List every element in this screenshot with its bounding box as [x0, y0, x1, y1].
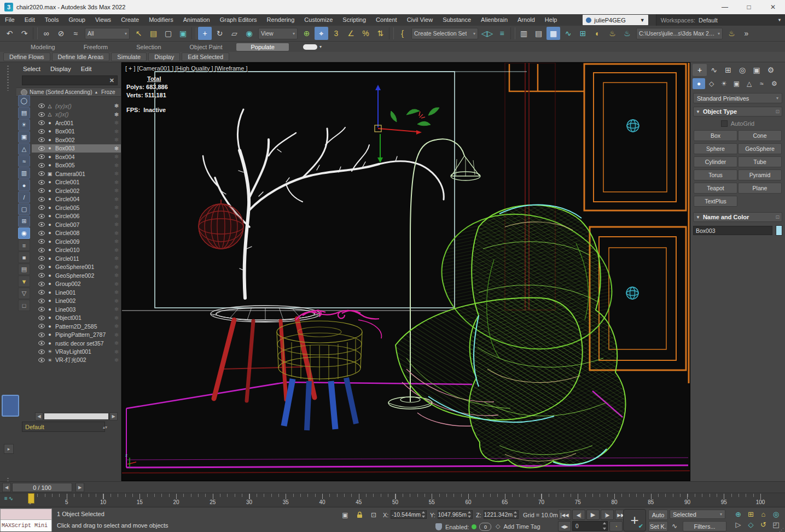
frozen-icon[interactable]: ❄	[112, 188, 121, 194]
select-and-place-icon[interactable]: ◉	[242, 27, 256, 40]
menu-item[interactable]: Scripting	[338, 14, 371, 26]
frozen-icon[interactable]: ❄	[112, 340, 121, 346]
primitive-button[interactable]: Torus	[694, 169, 737, 180]
visibility-eye-icon[interactable]	[38, 154, 45, 159]
use-pivot-point-center-icon[interactable]: ⊕	[300, 27, 313, 40]
redo-icon[interactable]: ↷	[18, 27, 31, 40]
category-helpers[interactable]: △	[743, 78, 755, 89]
primitive-button[interactable]: GeoSphere	[738, 143, 782, 154]
visibility-eye-icon[interactable]	[38, 214, 45, 219]
mirror-icon[interactable]: ◁▷	[480, 27, 494, 40]
current-frame-indicator[interactable]: 0 / 100	[12, 483, 72, 492]
viewport-shading-menu[interactable]: [Wireframe ]	[215, 65, 248, 72]
scene-explorer-search-input[interactable]	[22, 78, 107, 84]
render-production-icon[interactable]: ♨	[725, 27, 739, 40]
menu-item[interactable]: Arnold	[513, 14, 540, 26]
zoom-extents-all-icon[interactable]: ◎	[770, 509, 782, 519]
key-filters-icon[interactable]: ∿	[670, 521, 679, 531]
select-and-link-icon[interactable]: ∞	[39, 27, 53, 40]
visibility-eye-icon[interactable]	[38, 231, 45, 236]
isolate-selection-icon[interactable]: ▣	[340, 510, 350, 520]
menu-item[interactable]: Alienbrain	[476, 14, 513, 26]
visibility-eye-icon[interactable]	[38, 120, 45, 125]
frozen-icon[interactable]: ❄	[112, 298, 121, 304]
frozen-icon[interactable]: ❄	[112, 204, 121, 211]
frozen-icon[interactable]: ❄	[112, 128, 121, 135]
scene-explorer-tab[interactable]: Edit	[81, 66, 92, 72]
scene-explorer-header[interactable]: Name (Sorted Ascending) ▲ Froze	[16, 87, 121, 97]
selection-lock-icon[interactable]	[354, 510, 364, 519]
scene-explorer-row[interactable]: ● Box002 ❄	[32, 136, 121, 144]
scene-explorer-row[interactable]: ● Line001 ❄	[32, 288, 121, 297]
play-button[interactable]: ▶	[586, 510, 600, 520]
display-frozen[interactable]: ■	[18, 252, 30, 263]
select-object-icon[interactable]: ↖	[132, 27, 146, 40]
ribbon-panel-button[interactable]: Define Idle Areas	[52, 52, 110, 61]
next-frame-button[interactable]: ▶	[75, 483, 84, 492]
visibility-eye-icon[interactable]	[38, 146, 45, 151]
display-influences[interactable]: ◯	[18, 95, 30, 107]
zoom-icon[interactable]: ⊕	[732, 509, 745, 519]
layer-color-swatch[interactable]	[2, 395, 19, 417]
scene-explorer-row[interactable]: ● GeoSphere002 ❄	[32, 271, 121, 280]
previous-frame-button[interactable]: ◀	[2, 483, 11, 492]
scene-explorer-tab[interactable]: Display	[50, 66, 71, 72]
primitive-button[interactable]: Cone	[738, 130, 782, 141]
scene-explorer-row[interactable]: ● Pattern2D_2585 ❄	[32, 322, 121, 331]
display-properties[interactable]: ▤	[18, 264, 30, 275]
viewport-canvas[interactable]: z	[122, 63, 690, 481]
scene-explorer-row[interactable]: ● Circle004 ❄	[32, 195, 121, 204]
display-containers[interactable]: ▢	[18, 203, 30, 215]
tab-utilities[interactable]: ⚙	[764, 64, 778, 76]
zoom-all-icon[interactable]: ⊞	[745, 509, 757, 519]
ribbon-tab[interactable]: Freeform	[69, 43, 123, 51]
display-cameras[interactable]: ▣	[18, 131, 30, 143]
sort-list[interactable]: ≡	[18, 239, 30, 251]
frozen-icon[interactable]: ❄	[112, 323, 121, 329]
category-cameras[interactable]: ▣	[730, 78, 743, 89]
frozen-icon[interactable]: ❄	[112, 255, 121, 261]
category-shapes[interactable]: ◇	[705, 78, 718, 89]
scene-explorer-row[interactable]: ● rustic decor set357 ❄	[32, 339, 121, 348]
visibility-eye-icon[interactable]	[38, 205, 45, 210]
explorer-preset-spinner[interactable]: ▴▾	[102, 423, 108, 432]
snaps-toggle-3d-icon[interactable]: 3	[329, 27, 343, 40]
unlink-selection-icon[interactable]: ⊘	[54, 27, 68, 40]
y-coordinate-field[interactable]: 1047.965m	[438, 510, 473, 519]
z-coordinate-field[interactable]: 1221.342m	[484, 510, 519, 519]
visibility-eye-icon[interactable]	[38, 299, 45, 303]
absolute-offset-mode-icon[interactable]: ⊡	[369, 510, 379, 520]
reference-coordinate-system-dropdown[interactable]: View▾	[258, 28, 298, 39]
scroll-right-button[interactable]: ▶	[109, 412, 118, 420]
toggle-layer-explorer-icon[interactable]: ▤	[532, 27, 545, 40]
frozen-icon[interactable]: ❄	[112, 221, 121, 227]
project-folder-dropdown[interactable]: C:\Users\julie...s\3ds Max 202:▾	[636, 28, 723, 39]
object-type-rollout[interactable]: ▼ Object Type ⊡	[693, 107, 782, 116]
scene-explorer-row[interactable]: ● Object001 ❄	[32, 314, 121, 323]
scene-explorer-row[interactable]: ● Circle010 ❄	[32, 246, 121, 255]
display-lights[interactable]: ☀	[18, 119, 30, 131]
rendered-frame-window-icon[interactable]: ♨	[620, 27, 634, 40]
go-to-start-button[interactable]: |◀◀	[558, 510, 571, 520]
visibility-eye-icon[interactable]	[38, 171, 45, 176]
bind-to-space-warp-icon[interactable]: ≈	[69, 27, 83, 40]
time-configuration-button[interactable]: ◔	[609, 521, 623, 531]
menu-item[interactable]: Modifiers	[144, 14, 178, 26]
scene-explorer-row[interactable]: ● Line002 ❄	[32, 297, 121, 306]
visibility-eye-icon[interactable]	[38, 129, 45, 134]
ribbon-panel-button[interactable]: Define Flows	[3, 52, 50, 61]
enabled-indicator[interactable]	[472, 524, 476, 529]
visibility-eye-icon[interactable]	[38, 163, 45, 168]
viewport-quality-menu[interactable]: [High Quality ]	[175, 65, 213, 72]
tab-hierarchy[interactable]: ⊞	[721, 64, 735, 76]
menu-item[interactable]: Customize	[299, 14, 338, 26]
scene-explorer-row[interactable]: ● Circle002 ❄	[32, 186, 121, 195]
visibility-eye-icon[interactable]	[38, 273, 45, 278]
display-bones[interactable]: /	[18, 191, 30, 203]
frozen-icon[interactable]: ❄	[112, 112, 121, 118]
expand-panel-button[interactable]: ▸	[4, 444, 14, 454]
visibility-eye-icon[interactable]	[38, 256, 45, 261]
visibility-eye-icon[interactable]	[38, 239, 45, 244]
frozen-icon[interactable]: ❄	[112, 357, 121, 363]
visibility-eye-icon[interactable]	[38, 307, 45, 312]
